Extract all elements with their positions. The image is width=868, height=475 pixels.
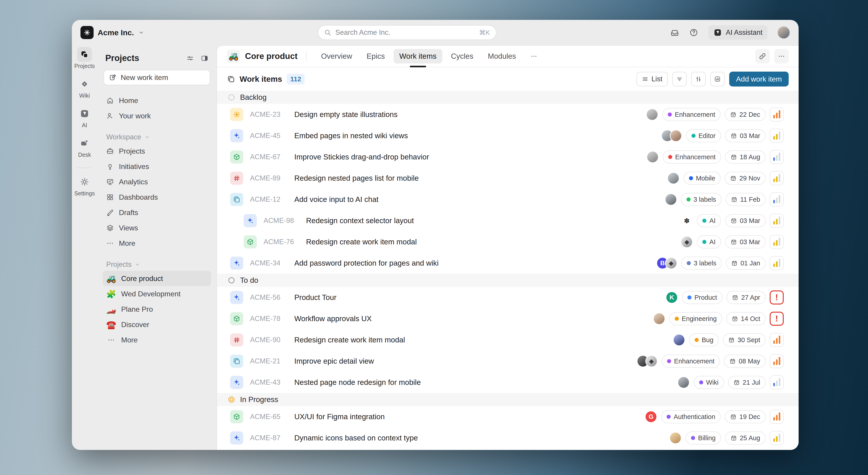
sidebar-item-drafts[interactable]: Drafts	[103, 205, 211, 220]
due-date-chip[interactable]: 21 Jul	[728, 376, 766, 389]
assignee-avatars[interactable]	[677, 376, 690, 388]
sidebar-filter-button[interactable]	[186, 55, 194, 62]
label-chip[interactable]: Enhancement	[663, 150, 721, 164]
sidebar-project-plane-pro[interactable]: 🏎️Plane Pro	[103, 302, 211, 317]
filter-button[interactable]	[672, 72, 687, 86]
sidebar-item-your-work[interactable]: Your work	[103, 108, 211, 124]
progress-meter-icon[interactable]	[770, 375, 784, 389]
label-chip[interactable]: Engineering	[669, 312, 722, 325]
work-item-row[interactable]: ACME-76Redesign create work item modal◆A…	[217, 231, 799, 252]
ai-assistant-button[interactable]: AI Assistant	[708, 25, 767, 40]
assignee-avatars[interactable]: B◆	[656, 257, 677, 269]
sidebar-item-analytics[interactable]: Analytics	[103, 174, 211, 190]
new-work-item-button[interactable]: New work item	[103, 70, 210, 85]
work-item-row[interactable]: ACME-67Improve Stickies drag-and-drop be…	[217, 146, 799, 168]
due-date-chip[interactable]: 03 Mar	[725, 129, 766, 142]
due-date-chip[interactable]: 01 Jan	[726, 257, 766, 270]
work-item-row[interactable]: ACME-43Nested page node redesign for mob…	[217, 372, 799, 393]
rail-item-projects[interactable]: Projects	[74, 47, 95, 69]
progress-meter-icon[interactable]	[770, 150, 784, 164]
sidebar-item-dashboards[interactable]: Dashboards	[103, 190, 211, 205]
sidebar-project-discover[interactable]: ☎️Discover	[103, 317, 211, 332]
sidebar-project-wed-development[interactable]: 🧩Wed Development	[103, 286, 211, 302]
work-item-row[interactable]: ACME-89Redesign nested pages list for mo…	[217, 168, 799, 189]
assignee-avatars[interactable]	[667, 172, 680, 184]
copy-link-button[interactable]	[755, 49, 770, 64]
analytics-button[interactable]	[710, 72, 725, 86]
add-work-item-button[interactable]: Add work item	[729, 72, 789, 87]
work-item-row[interactable]: ACME-21Improve epic detail view◆Enhancem…	[217, 350, 799, 372]
assignee-avatars[interactable]	[669, 432, 682, 444]
section-header-backlog[interactable]: Backlog	[217, 91, 799, 104]
label-chip[interactable]: Authentication	[661, 410, 721, 423]
work-item-row[interactable]: ACME-56Product TourKProduct27 Apr!	[217, 287, 799, 308]
assignee-avatars[interactable]	[647, 151, 659, 163]
progress-meter-icon[interactable]	[770, 171, 784, 185]
due-date-chip[interactable]: 27 Apr	[726, 291, 766, 304]
due-date-chip[interactable]: 25 Aug	[725, 432, 766, 444]
project-more-button[interactable]	[774, 49, 789, 64]
workspace-switcher[interactable]: Acme Inc.	[81, 26, 145, 39]
work-item-row[interactable]: ACME-23Design empty state illustrationsE…	[217, 104, 799, 125]
sidebar-item-more[interactable]: More	[103, 236, 211, 251]
sidebar-project-more[interactable]: More	[103, 332, 211, 348]
user-avatar[interactable]	[777, 26, 790, 39]
due-date-chip[interactable]: 03 Mar	[725, 214, 766, 227]
due-date-chip[interactable]: 18 Aug	[725, 150, 766, 164]
sidebar-item-initiatives[interactable]: Initiatives	[103, 159, 211, 174]
work-item-row[interactable]: ACME-78Workflow approvals UXEngineering1…	[217, 308, 799, 329]
label-chip[interactable]: 3 labels	[681, 257, 722, 270]
work-item-row[interactable]: ACME-34Add password protection for pages…	[217, 252, 799, 274]
progress-meter-icon[interactable]	[770, 214, 784, 228]
due-date-chip[interactable]: 11 Feb	[725, 193, 766, 206]
label-chip[interactable]: Billing	[686, 432, 721, 444]
progress-meter-icon[interactable]	[770, 107, 784, 122]
assignee-avatars[interactable]	[661, 130, 682, 142]
due-date-chip[interactable]: 22 Dec	[725, 108, 766, 121]
section-header-to-do[interactable]: To do	[217, 274, 799, 287]
progress-meter-icon[interactable]	[770, 333, 784, 347]
tab-overview[interactable]: Overview	[315, 49, 358, 64]
progress-meter-icon[interactable]	[770, 354, 784, 368]
due-date-chip[interactable]: 03 Mar	[725, 235, 766, 248]
rail-item-ai[interactable]: AI	[77, 106, 92, 129]
work-item-row[interactable]: ACME-98Redesign context selector layout✽…	[217, 210, 799, 231]
view-list-button[interactable]: List	[637, 72, 668, 86]
label-chip[interactable]: Wiki	[694, 376, 724, 389]
work-item-row[interactable]: ACME-65UX/UI for Figma integrationGAuthe…	[217, 406, 799, 427]
due-date-chip[interactable]: 19 Dec	[725, 410, 766, 423]
search-input[interactable]	[336, 29, 475, 37]
sidebar-collapse-button[interactable]	[201, 55, 209, 62]
work-item-row[interactable]: ACME-45Embed pages in nested wiki viewsE…	[217, 125, 799, 146]
assignee-avatars[interactable]: G	[645, 411, 657, 423]
assignee-avatars[interactable]: ✽	[681, 214, 693, 227]
section-header-in-progress[interactable]: In Progress	[217, 393, 799, 406]
due-date-chip[interactable]: 29 Nov	[725, 172, 766, 185]
help-button[interactable]	[689, 28, 698, 37]
section-projects[interactable]: Projects	[106, 261, 208, 269]
sidebar-project-core-product[interactable]: 🚜Core product	[103, 271, 211, 286]
global-search[interactable]: ⌘K	[318, 25, 496, 40]
assignee-avatars[interactable]: ◆	[637, 355, 657, 367]
priority-urgent-icon[interactable]: !	[770, 291, 784, 304]
rail-item-settings[interactable]: Settings	[74, 174, 95, 197]
progress-meter-icon[interactable]	[770, 129, 784, 143]
label-chip[interactable]: Product	[682, 291, 722, 304]
due-date-chip[interactable]: 08 May	[724, 354, 766, 368]
work-item-row[interactable]: ACME-90Redesign create work item modalBu…	[217, 329, 799, 350]
tab-more[interactable]	[525, 49, 543, 64]
label-chip[interactable]: AI	[697, 214, 721, 227]
assignee-avatars[interactable]: K	[666, 292, 678, 304]
assignee-avatars[interactable]	[646, 108, 658, 121]
rail-item-desk[interactable]: Desk	[77, 136, 92, 158]
label-chip[interactable]: Enhancement	[662, 108, 721, 121]
inbox-button[interactable]	[670, 28, 679, 37]
tab-work-items[interactable]: Work items	[394, 49, 442, 64]
sidebar-item-projects[interactable]: Projects	[103, 143, 211, 159]
work-item-row[interactable]: ACME-12Add voice input to AI chat3 label…	[217, 189, 799, 210]
label-chip[interactable]: Bug	[689, 333, 719, 346]
progress-meter-icon[interactable]	[770, 235, 784, 249]
label-chip[interactable]: Editor	[686, 129, 721, 142]
progress-meter-icon[interactable]	[770, 256, 784, 270]
assignee-avatars[interactable]	[665, 193, 677, 206]
